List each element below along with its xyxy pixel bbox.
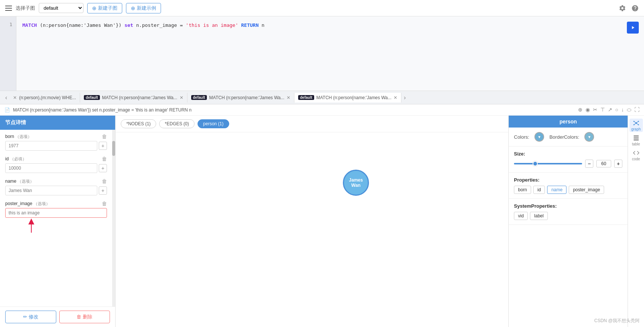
graph-canvas[interactable]: James Wan [116,132,508,327]
chevron-down-icon2: ▼ [587,135,591,139]
field-id-tag: （必填） [10,157,26,161]
field-id: id （必填） 🗑 + [5,156,107,173]
field-name-input[interactable] [5,186,97,195]
settings-icon[interactable] [619,4,626,12]
border-colors-picker[interactable]: ▼ [584,132,594,142]
align-action-btn[interactable]: ⊤ [600,107,605,113]
expand-action-btn[interactable]: ⛶ [634,107,640,113]
prop-label[interactable]: label [530,212,547,220]
field-name-add[interactable]: + [99,186,107,195]
cut-action-btn[interactable]: ✂ [593,107,597,113]
field-poster-input[interactable] [5,208,107,218]
edit-button[interactable]: ✏ 修改 [5,311,56,323]
keyword-match: MATCH [22,22,37,28]
prop-poster-image[interactable]: poster_image [569,186,604,194]
tab-item-0[interactable]: ✕ (n:person),(m:movie) WHE... [9,93,80,103]
far-right-table-btn[interactable]: table [629,133,643,147]
size-plus-button[interactable]: + [614,160,622,168]
tab-close-1[interactable]: ✕ [180,95,183,100]
properties-row: born id name poster_image [514,186,622,194]
field-born: born （选项） 🗑 + [5,133,107,151]
panel-title: 节点详情 [5,119,26,125]
node-james-wan[interactable]: James Wan [343,170,369,196]
tab-label-2: MATCH (n:person{name:'James Wa... [209,95,284,100]
line-numbers: 1 [0,16,16,91]
field-id-add[interactable]: + [99,164,107,172]
left-panel: 节点详情 born （选项） 🗑 + [0,116,116,327]
far-right-graph-btn[interactable]: graph [629,119,643,132]
colors-picker[interactable]: ▼ [534,132,544,142]
code-label-text: code [632,157,640,161]
red-arrow-indicator [28,218,50,233]
graph-tab-nodes[interactable]: *NODES (1) [121,119,156,128]
add-action-btn[interactable]: ⊕ [578,107,583,113]
far-right-code-btn[interactable]: code [629,148,643,162]
tab-close-2[interactable]: ✕ [287,95,290,100]
field-born-tag: （选项） [15,134,32,139]
arrow-action-btn[interactable]: ↗ [608,107,612,113]
size-slider[interactable] [514,163,582,164]
help-icon[interactable] [631,4,639,12]
play-icon [630,25,635,30]
scroll-indicator[interactable] [112,130,115,306]
tab-prev-arrow[interactable]: ‹ [3,94,9,101]
field-id-input[interactable] [5,163,97,173]
query-actions: ⊕ ◉ ✂ ⊤ ↗ ○ ↓ ⬭ ⛶ [578,107,640,113]
tabs-bar: ‹ ✕ (n:person),(m:movie) WHE... default … [0,91,644,104]
node-action-btn[interactable]: ◉ [585,107,590,113]
properties-section: Properties: born id name poster_image [509,173,628,199]
svg-rect-12 [634,139,639,140]
colors-section: Colors: ▼ BorderColors: ▼ [509,128,628,147]
prop-id[interactable]: id [533,186,545,194]
graph-icon [633,120,640,126]
right-panel-header: person [509,116,628,128]
tab-item-3[interactable]: default MATCH (n:person{name:'James Wa..… [294,93,401,103]
hamburger-icon[interactable] [5,6,12,11]
colors-label: Colors: [514,134,529,140]
new-subgraph-button[interactable]: ⊕ 新建子图 [87,3,122,13]
top-right-icons [619,4,639,12]
tab-label-3: MATCH (n:person{name:'James Wa... [316,95,392,100]
keyword-set: set [124,22,133,28]
properties-label: Properties: [514,177,622,183]
circle-action-btn[interactable]: ○ [615,107,618,113]
chevron-down-icon: ▼ [537,135,541,139]
graph-select[interactable]: default [39,3,83,13]
code-content[interactable]: MATCH (n:person{name:'James Wan'}) set n… [16,16,644,91]
size-row: − 60 + [514,160,622,168]
field-name-label: name （选项） [5,179,34,184]
field-name: name （选项） 🗑 + [5,178,107,195]
field-id-label: id （必填） [5,156,26,162]
new-instance-button[interactable]: ⊕ 新建示例 [126,3,161,13]
delete-button[interactable]: 🗑 删除 [59,311,110,323]
return-var: n [259,22,265,28]
system-properties-row: vid label [514,212,622,220]
field-id-delete[interactable]: 🗑 [102,156,107,162]
field-poster-delete[interactable]: 🗑 [102,201,107,207]
prop-name[interactable]: name [547,186,566,194]
graph-tab-edges[interactable]: *EDGES (0) [159,119,195,128]
run-button[interactable] [627,22,639,34]
field-born-input[interactable] [5,141,97,151]
svg-rect-11 [634,137,639,138]
tab-item-1[interactable]: default MATCH (n:person{name:'James Wa..… [80,93,187,103]
download-action-btn[interactable]: ↓ [621,107,624,113]
circle-icon: ⊕ [92,5,97,11]
field-born-delete[interactable]: 🗑 [102,133,107,139]
field-born-add[interactable]: + [99,142,107,150]
query-bar: 📄 MATCH (n:person{name:'James Wan'}) set… [0,104,644,116]
prop-vid[interactable]: vid [514,212,528,220]
tab-next-arrow[interactable]: › [401,94,408,101]
graph-tab-person[interactable]: person (1) [198,119,229,128]
tab-close-3[interactable]: ✕ [394,95,397,100]
code-icon [633,150,640,156]
size-minus-button[interactable]: − [585,160,593,168]
field-name-delete[interactable]: 🗑 [102,178,107,184]
code-pattern: (n:person{name:'James Wan'}) [37,22,124,28]
graph-label-text: graph [631,127,641,131]
tab-close-0[interactable]: ✕ [13,95,17,100]
size-section: Size: − 60 + [509,147,628,173]
prop-born[interactable]: born [514,186,531,194]
ellipse-action-btn[interactable]: ⬭ [627,107,631,113]
tab-item-2[interactable]: default MATCH (n:person{name:'James Wa..… [187,93,294,103]
